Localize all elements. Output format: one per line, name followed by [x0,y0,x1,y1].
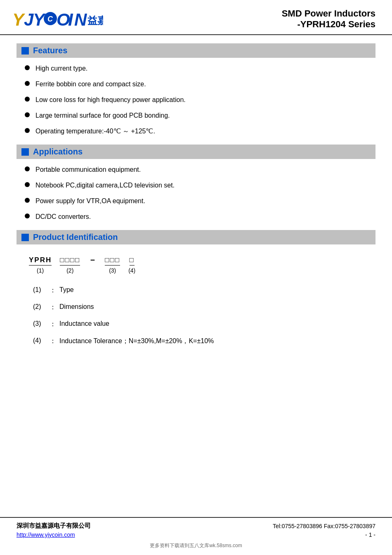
list-item: Ferrite bobbin core and compact size. [25,79,375,89]
id-num-4: (4) [33,337,50,344]
id-desc-4: Inductance Tolerance；N=±30%,M=±20%，K=±10… [59,337,214,346]
id-num-1: (1) [33,286,50,294]
id-colon-4: ： [50,337,56,346]
footer-company: 深圳市益嘉源电子有限公司 [17,522,91,530]
app-item-2: Notebook PC,digital camera,LCD televisio… [35,180,175,190]
footer: 深圳市益嘉源电子有限公司 Tel:0755-27803896 Fax:0755-… [0,517,392,555]
pn-part4-value: □ [130,256,135,266]
product-id-content: YPRH (1) □□□□ (2) － □□□ (3) □ (4) [17,250,375,358]
header: Y J Y C O I N 益嘉源 SMD Power Inductors -Y… [0,0,392,35]
page: Y J Y C O I N 益嘉源 SMD Power Inductors -Y… [0,0,392,555]
bullet-dot [25,198,30,203]
feature-item-4: Large terminal surface for good PCB bond… [35,111,170,121]
svg-text:I: I [68,10,73,29]
features-icon [21,47,29,55]
list-item: DC/DC converters. [25,212,375,222]
pn-dash: － [88,254,97,266]
logo-svg: Y J Y C O I N 益嘉源 [12,7,103,30]
main-content: Features High current type. Ferrite bobb… [0,35,392,438]
feature-item-3: Low core loss for high frequency power a… [35,95,186,105]
bullet-dot [25,213,30,218]
list-item: Large terminal surface for good PCB bond… [25,111,375,121]
id-num-2: (2) [33,303,50,311]
svg-text:N: N [74,10,87,29]
pn-part1-label: (1) [37,267,44,274]
applications-list: Portable communication equipment. Notebo… [17,165,375,222]
list-item: Portable communication equipment. [25,165,375,175]
bullet-dot [25,182,30,187]
pn-group-2: □□□□ (2) [60,256,80,274]
bullet-dot [25,65,30,70]
pn-part3-label: (3) [109,267,116,274]
app-item-3: Power supply for VTR,OA equipment. [35,196,145,206]
svg-text:C: C [47,15,53,23]
part-number-diagram: YPRH (1) □□□□ (2) － □□□ (3) □ (4) [29,254,363,274]
feature-item-1: High current type. [35,64,87,74]
logo-area: Y J Y C O I N 益嘉源 [12,7,103,30]
list-item: Notebook PC,digital camera,LCD televisio… [25,180,375,190]
id-desc-2: Dimensions [59,303,94,311]
product-id-section-header: Product Identification [17,230,375,244]
id-item-3: (3) ： Inductance value [33,320,359,329]
bullet-dot [25,81,30,86]
id-item-4: (4) ： Inductance Tolerance；N=±30%,M=±20%… [33,337,359,346]
footer-row1: 深圳市益嘉源电子有限公司 Tel:0755-27803896 Fax:0755-… [17,522,375,530]
pn-part3-value: □□□ [105,256,120,266]
footer-page: - 1 - [365,531,375,538]
content-spacer [0,438,392,517]
pn-group-4: □ (4) [128,256,135,274]
bullet-dot [25,112,30,117]
footer-watermark: 更多资料下载请到五八文库wk.58sms.com [17,540,375,551]
product-id-icon [21,234,29,241]
footer-url[interactable]: http://www.yjycoin.com [17,531,75,538]
bullet-dot [25,128,30,133]
id-item-2: (2) ： Dimensions [33,303,359,312]
pn-part4-label: (4) [128,267,135,274]
id-desc-3: Inductance value [59,320,109,327]
id-num-3: (3) [33,320,50,327]
id-colon-3: ： [50,320,56,329]
footer-row2: http://www.yjycoin.com - 1 - [17,531,375,538]
pn-part1-value: YPRH [29,256,52,266]
id-colon-2: ： [50,303,56,312]
features-section-header: Features [17,43,375,58]
header-title: SMD Power Inductors -YPRH1204 Series [282,8,375,30]
id-colon-1: ： [50,286,56,295]
bullet-dot [25,97,30,102]
product-id-title: Product Identification [33,232,118,242]
pn-part2-label: (2) [66,267,73,274]
applications-icon [21,148,29,156]
feature-item-5: Operating temperature:-40℃ ～ +125℃. [35,126,155,136]
logo-chinese-text: 益嘉源 [87,15,103,26]
features-list: High current type. Ferrite bobbin core a… [17,64,375,136]
list-item: Low core loss for high frequency power a… [25,95,375,105]
applications-title: Applications [33,147,83,157]
id-items-list: (1) ： Type (2) ： Dimensions (3) ： Induct… [29,286,363,346]
pn-group-3: □□□ (3) [105,256,120,274]
list-item: Operating temperature:-40℃ ～ +125℃. [25,126,375,136]
pn-part2-value: □□□□ [60,256,80,266]
list-item: High current type. [25,64,375,74]
applications-section-header: Applications [17,145,375,159]
title-line1: SMD Power Inductors [282,8,375,19]
bullet-dot [25,166,30,171]
list-item: Power supply for VTR,OA equipment. [25,196,375,206]
app-item-4: DC/DC converters. [35,212,91,222]
title-line2: -YPRH1204 Series [282,19,375,30]
footer-contact: Tel:0755-27803896 Fax:0755-27803897 [273,523,375,529]
id-item-1: (1) ： Type [33,286,359,295]
id-desc-1: Type [59,286,74,294]
pn-group-1: YPRH (1) [29,256,52,274]
app-item-1: Portable communication equipment. [35,165,141,175]
features-title: Features [33,46,67,55]
feature-item-2: Ferrite bobbin core and compact size. [35,79,146,89]
